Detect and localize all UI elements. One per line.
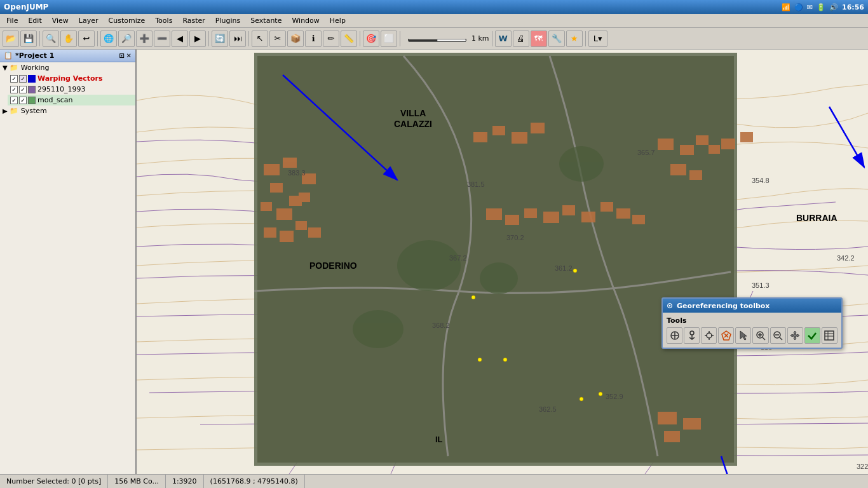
tb-select-btn[interactable]: ↖	[252, 30, 268, 47]
project-icon: 📋	[4, 51, 13, 60]
tb-save-btn[interactable]: 💾	[20, 30, 37, 47]
menu-window[interactable]: Window	[287, 15, 324, 26]
tb-zoom-in-btn[interactable]: ➕	[136, 30, 153, 47]
geo-move-btn[interactable]	[701, 327, 717, 344]
geo-zoom-in-btn[interactable]	[752, 327, 768, 344]
menu-customize[interactable]: Customize	[104, 15, 151, 26]
tb-edit-btn[interactable]: ✏	[323, 30, 339, 47]
toolbar: 📂 💾 🔍 ✋ ↩ 🌐 🔎 ➕ ➖ ◀ ▶ 🔄 ⏭ ↖ ✂ 📦 ℹ ✏ 📏 🎯 …	[0, 28, 868, 50]
modscan-visibility[interactable]: ✓	[19, 97, 27, 104]
tb-skip-btn[interactable]: ⏭	[229, 30, 246, 47]
working-group[interactable]: ▼ 📁 Working	[0, 62, 135, 73]
menu-help[interactable]: Help	[325, 15, 351, 26]
svg-rect-38	[543, 212, 559, 223]
menu-sextante[interactable]: Sextante	[245, 15, 287, 26]
svg-rect-39	[562, 205, 575, 215]
menu-layer[interactable]: Layer	[74, 15, 104, 26]
geo-anchor-btn[interactable]	[684, 327, 700, 344]
georef-title: Georeferencing toolbox	[677, 302, 770, 310]
modscan-checkbox[interactable]: ✓	[10, 97, 18, 104]
svg-rect-44	[658, 412, 677, 424]
geo-delete-btn[interactable]	[718, 327, 734, 344]
layer-mod-scan[interactable]: ✓ ✓ mod_scan	[8, 95, 135, 105]
georef-toolbox: ⊙ Georeferencing toolbox Tools	[661, 297, 843, 349]
svg-text:370.2: 370.2	[506, 234, 524, 241]
menu-raster[interactable]: Raster	[177, 15, 210, 26]
panel-close-btn[interactable]: ✕	[126, 52, 132, 59]
status-selected: Number Selected: 0 [0 pts]	[0, 475, 108, 488]
panel-restore-btn[interactable]: ⊡	[119, 52, 124, 59]
tb-web-btn[interactable]: 🌐	[100, 30, 117, 47]
svg-text:VILLA: VILLA	[400, 108, 426, 118]
tb-pan-btn[interactable]: ✋	[60, 30, 77, 47]
menu-view[interactable]: View	[47, 15, 74, 26]
geo-select-btn[interactable]	[735, 327, 751, 344]
tb-reload-btn[interactable]: 🔄	[212, 30, 228, 47]
svg-rect-19	[264, 227, 276, 238]
georef-toolbox-header[interactable]: ⊙ Georeferencing toolbox	[663, 299, 841, 313]
status-memory-text: 156 MB Co...	[114, 477, 159, 485]
panel-controls: ⊡ ✕	[119, 52, 132, 59]
svg-text:IL: IL	[435, 435, 443, 444]
svg-rect-5	[437, 39, 466, 41]
menu-file[interactable]: File	[1, 15, 23, 26]
layer-295110[interactable]: ✓ ✓ 295110_1993	[8, 84, 135, 95]
geo-pan-btn[interactable]	[787, 327, 803, 344]
scale-bar-svg	[405, 34, 469, 44]
tb-word-btn[interactable]: W	[495, 30, 512, 47]
svg-rect-12	[270, 183, 283, 193]
geo-zoom-out-btn[interactable]	[770, 327, 786, 344]
layer295-checkbox[interactable]: ✓	[10, 86, 18, 93]
svg-text:368.2: 368.2	[432, 322, 450, 329]
bluetooth-icon: 🔵	[794, 3, 803, 11]
volume-icon: 🔊	[829, 3, 838, 11]
tb-info-btn[interactable]: ℹ	[305, 30, 322, 47]
svg-text:CALAZZI: CALAZZI	[394, 119, 432, 129]
layer295-color	[28, 86, 36, 93]
tb-star-btn[interactable]: ★	[566, 30, 583, 47]
tb-open-btn[interactable]: 📂	[3, 30, 19, 47]
menu-edit[interactable]: Edit	[23, 15, 46, 26]
svg-text:383.3: 383.3	[288, 169, 306, 177]
tb-measure-btn[interactable]: 📏	[341, 30, 357, 47]
svg-text:361.2: 361.2	[555, 264, 573, 272]
svg-point-48	[480, 262, 518, 294]
layer-warping-vectors[interactable]: ✓ ✓ Warping Vectors	[8, 73, 135, 84]
tb-zoom-out-btn[interactable]: ➖	[154, 30, 170, 47]
geo-table-btn[interactable]	[822, 327, 837, 344]
warping-checkbox[interactable]: ✓	[10, 75, 18, 83]
project-header[interactable]: 📋 *Project 1 ⊡ ✕	[0, 50, 135, 62]
tb-next-btn[interactable]: ▶	[189, 30, 206, 47]
geo-add-point-btn[interactable]	[667, 327, 682, 344]
tb-plugin2-btn[interactable]: 🔧	[548, 30, 565, 47]
svg-rect-36	[505, 215, 519, 225]
warping-visibility[interactable]: ✓	[19, 75, 27, 83]
menu-tools[interactable]: Tools	[150, 15, 177, 26]
svg-point-50	[559, 146, 604, 182]
tb-export-btn[interactable]: 🗺	[531, 30, 547, 47]
layer295-visibility[interactable]: ✓	[19, 86, 27, 93]
geo-tools-label: Tools	[667, 316, 837, 325]
tb-print-btn[interactable]: 🖨	[513, 30, 529, 47]
tb-zoom-box-btn[interactable]: 🔍	[43, 30, 59, 47]
tb-fence-btn[interactable]: ✂	[269, 30, 286, 47]
tb-prev-btn[interactable]: ◀	[172, 30, 188, 47]
tb-3d-btn[interactable]: 📦	[287, 30, 304, 47]
project-title: *Project 1	[15, 51, 54, 60]
tb-zoom-back-btn[interactable]: ↩	[78, 30, 95, 47]
layer-295110-label: 295110_1993	[37, 85, 86, 93]
svg-rect-25	[696, 135, 709, 145]
geo-apply-btn[interactable]	[804, 327, 820, 344]
tb-snap2-btn[interactable]: ⬜	[381, 30, 397, 47]
map-area[interactable]: VILLA CALAZZI POMARANC BURRAIA PODERINO …	[137, 50, 868, 474]
tb-zoom-level-btn[interactable]: L ▾	[588, 30, 607, 47]
svg-rect-35	[486, 208, 502, 220]
menu-plugins[interactable]: Plugins	[210, 15, 245, 26]
svg-point-49	[353, 310, 403, 348]
tb-snap-btn[interactable]: 🎯	[363, 30, 379, 47]
svg-text:PODERINO: PODERINO	[309, 261, 357, 271]
mail-icon: ✉	[807, 3, 813, 11]
system-group[interactable]: ▶ 📁 System	[0, 105, 135, 116]
svg-rect-31	[473, 132, 487, 142]
tb-search-btn[interactable]: 🔎	[118, 30, 135, 47]
